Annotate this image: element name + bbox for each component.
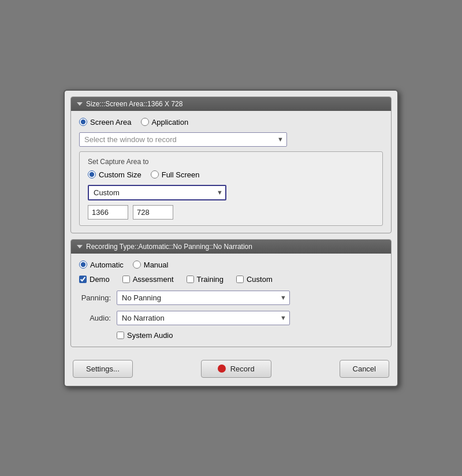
recording-mode-row: Automatic Manual xyxy=(79,261,383,269)
panning-row: Panning: No Panning Auto Panning Manual … xyxy=(79,291,383,305)
size-section-arrow-icon xyxy=(77,102,83,106)
capture-size-row: Custom Size Full Screen xyxy=(88,170,374,179)
system-audio-checkbox-label[interactable]: System Audio xyxy=(117,331,378,340)
custom-size-label: Custom Size xyxy=(99,170,141,179)
custom-size-radio[interactable] xyxy=(88,170,96,178)
height-input[interactable] xyxy=(133,205,173,220)
demo-label: Demo xyxy=(90,275,110,284)
manual-label: Manual xyxy=(144,261,169,269)
custom-preset-wrapper[interactable]: Custom 640 x 480 800 x 600 1024 x 768 12… xyxy=(88,185,226,200)
recording-section-arrow-icon xyxy=(77,245,83,248)
size-section-header: Size:::Screen Area::1366 X 728 xyxy=(71,97,391,111)
training-checkbox[interactable] xyxy=(187,276,194,283)
full-screen-radio[interactable] xyxy=(151,170,159,178)
screen-area-radio[interactable] xyxy=(79,118,87,126)
record-dot-icon xyxy=(218,365,226,373)
manual-option[interactable]: Manual xyxy=(133,261,169,269)
window-select-wrapper[interactable]: Select the window to record ▼ xyxy=(79,132,287,147)
audio-label: Audio: xyxy=(79,314,111,322)
training-checkbox-label[interactable]: Training xyxy=(187,275,223,284)
demo-checkbox[interactable] xyxy=(79,276,87,283)
manual-radio[interactable] xyxy=(133,261,141,269)
custom-checkbox[interactable] xyxy=(236,276,244,283)
panning-label: Panning: xyxy=(79,293,111,302)
capture-area-title: Set Capture Area to xyxy=(88,158,374,166)
main-dialog: Size:::Screen Area::1366 X 728 Screen Ar… xyxy=(64,90,398,387)
custom-size-option[interactable]: Custom Size xyxy=(88,170,141,179)
automatic-option[interactable]: Automatic xyxy=(79,261,124,269)
assessment-label: Assessment xyxy=(133,275,174,284)
application-label: Application xyxy=(152,118,189,127)
audio-select-wrapper[interactable]: No Narration Microphone Line In Mix ▼ xyxy=(117,311,290,325)
recording-section: Recording Type::Automatic::No Panning::N… xyxy=(70,239,392,347)
application-option[interactable]: Application xyxy=(141,118,189,127)
dimension-inputs xyxy=(88,205,374,220)
training-label: Training xyxy=(197,275,223,284)
size-section-title: Size:::Screen Area::1366 X 728 xyxy=(86,100,182,108)
assessment-checkbox-label[interactable]: Assessment xyxy=(122,275,174,284)
dialog-footer: Settings... Record Cancel xyxy=(65,353,397,386)
custom-checkbox-label[interactable]: Custom xyxy=(236,275,273,284)
panning-select[interactable]: No Panning Auto Panning Manual Panning xyxy=(117,291,290,305)
automatic-label: Automatic xyxy=(90,261,124,269)
automatic-radio[interactable] xyxy=(79,261,87,269)
audio-select[interactable]: No Narration Microphone Line In Mix xyxy=(117,311,290,325)
window-select[interactable]: Select the window to record xyxy=(79,132,287,147)
width-input[interactable] xyxy=(88,205,128,220)
size-section-body: Screen Area Application Select the windo… xyxy=(71,111,391,233)
custom-preset-select[interactable]: Custom 640 x 480 800 x 600 1024 x 768 12… xyxy=(88,185,226,200)
capture-type-row: Screen Area Application xyxy=(79,118,383,127)
screen-area-option[interactable]: Screen Area xyxy=(79,118,132,127)
recording-section-header: Recording Type::Automatic::No Panning::N… xyxy=(71,240,391,254)
recording-section-title: Recording Type::Automatic::No Panning::N… xyxy=(86,243,252,251)
settings-button[interactable]: Settings... xyxy=(73,360,133,378)
cancel-button[interactable]: Cancel xyxy=(340,360,389,378)
panning-select-wrapper[interactable]: No Panning Auto Panning Manual Panning ▼ xyxy=(117,291,290,305)
system-audio-checkbox[interactable] xyxy=(117,332,124,339)
full-screen-label: Full Screen xyxy=(162,170,200,179)
assessment-checkbox[interactable] xyxy=(122,276,130,283)
recording-section-body: Automatic Manual Demo Assessment xyxy=(71,254,391,347)
system-audio-label: System Audio xyxy=(127,331,173,340)
screen-area-label: Screen Area xyxy=(90,118,132,127)
recording-type-checkboxes: Demo Assessment Training Custom xyxy=(79,275,383,284)
demo-checkbox-label[interactable]: Demo xyxy=(79,275,110,284)
audio-row: Audio: No Narration Microphone Line In M… xyxy=(79,311,383,325)
application-radio[interactable] xyxy=(141,118,149,126)
record-button-label: Record xyxy=(230,365,255,373)
custom-label: Custom xyxy=(247,275,273,284)
record-button[interactable]: Record xyxy=(201,360,271,378)
size-section: Size:::Screen Area::1366 X 728 Screen Ar… xyxy=(70,96,392,233)
full-screen-option[interactable]: Full Screen xyxy=(151,170,200,179)
capture-area-box: Set Capture Area to Custom Size Full Scr… xyxy=(79,151,383,226)
